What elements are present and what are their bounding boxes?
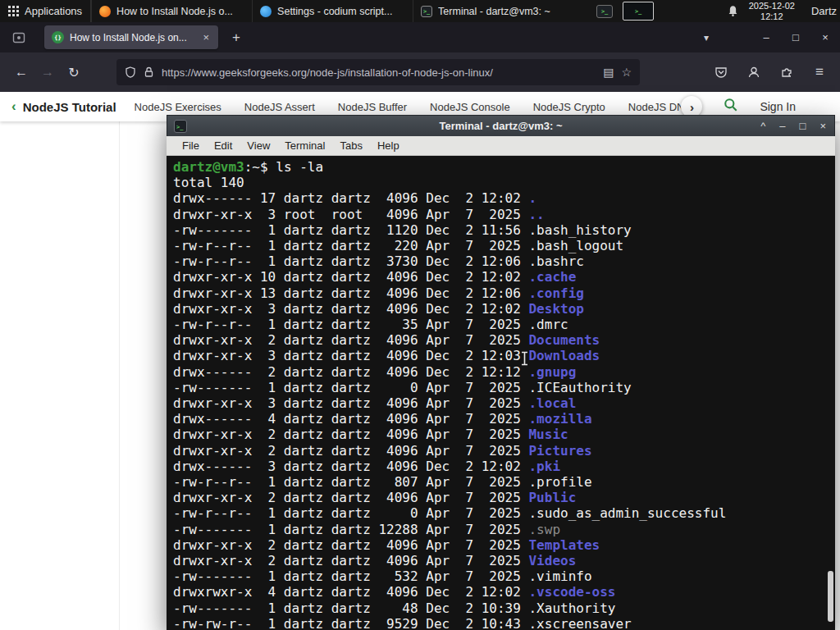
taskbar-window-codium[interactable]: Settings - codium script...	[252, 0, 413, 22]
panel-date: 2025-12-02	[749, 1, 795, 11]
file-name: .mozilla	[528, 411, 591, 427]
back-button[interactable]: ←	[8, 59, 34, 85]
taskbar-window-title: Terminal - dartz@vm3: ~	[438, 6, 550, 17]
url-text[interactable]: https://www.geeksforgeeks.org/node-js/in…	[162, 66, 596, 79]
terminal-icon	[421, 6, 432, 17]
terminal-menu-help[interactable]: Help	[370, 139, 407, 152]
terminal-menu-bar: FileEditViewTerminalTabsHelp	[167, 136, 835, 156]
terminal-scrollbar-thumb[interactable]	[828, 571, 833, 622]
terminal-file-line: -rw------- 1 dartz dartz 12288 Apr 7 202…	[173, 522, 835, 537]
applications-label: Applications	[25, 5, 82, 17]
terminal-mini-icon[interactable]: >_	[596, 5, 613, 18]
terminal-maximize-button[interactable]: □	[800, 121, 806, 131]
file-name: ..	[528, 207, 544, 222]
terminal-file-line: drwxr-xr-x 2 dartz dartz 4096 Apr 7 2025…	[173, 553, 835, 568]
account-icon[interactable]	[742, 60, 766, 84]
terminal-file-line: drwxr-xr-x 2 dartz dartz 4096 Apr 7 2025…	[173, 427, 835, 442]
terminal-file-line: drwx------ 4 dartz dartz 4096 Apr 7 2025…	[173, 411, 835, 427]
svg-text:>_: >_	[176, 124, 184, 130]
pocket-icon[interactable]	[709, 60, 733, 84]
terminal-menu-terminal[interactable]: Terminal	[277, 139, 332, 152]
terminal-file-line: drwxr-xr-x 3 dartz dartz 4096 Dec 2 12:0…	[173, 348, 835, 363]
bookmark-star-icon[interactable]: ☆	[621, 66, 632, 79]
terminal-file-line: drwxr-xr-x 3 dartz dartz 4096 Dec 2 12:0…	[173, 301, 835, 317]
file-name: .gnupg	[528, 364, 576, 380]
file-name: Documents	[528, 332, 600, 348]
terminal-minimize-button[interactable]: –	[779, 121, 785, 131]
panel-clock[interactable]: 2025-12-02 12:12	[749, 1, 795, 21]
terminal-menu-edit[interactable]: Edit	[207, 139, 240, 152]
nav-back-chevron-icon[interactable]: ‹	[11, 98, 16, 115]
terminal-shade-button[interactable]: ^	[760, 121, 765, 131]
applications-grid-icon	[8, 6, 19, 16]
new-tab-button[interactable]: +	[225, 26, 248, 49]
terminal-menu-file[interactable]: File	[175, 139, 207, 152]
page-divider	[119, 121, 120, 630]
file-name: .local	[528, 395, 576, 411]
padlock-icon[interactable]	[144, 66, 154, 78]
nav-item-nodejs-crypto[interactable]: NodeJS Crypto	[533, 101, 605, 113]
forward-button[interactable]: →	[34, 59, 61, 85]
nav-item-nodejs-assert[interactable]: NodeJS Assert	[244, 101, 315, 113]
file-name: Videos	[528, 553, 576, 568]
nav-item-nodejs-exercises[interactable]: NodeJS Exercises	[135, 101, 221, 113]
panel-user-label[interactable]: Dartz	[811, 5, 837, 17]
tabbar-controls: ▾ – □ ×	[692, 22, 840, 52]
file-name: .xscreensaver	[528, 616, 631, 630]
file-name: .sudo_as_admin_successful	[528, 505, 726, 521]
site-search-icon[interactable]	[724, 98, 738, 116]
file-name: .vscode-oss	[528, 584, 615, 600]
list-all-tabs-icon[interactable]: ▾	[692, 22, 720, 52]
terminal-title-bar[interactable]: >_ Terminal - dartz@vm3: ~ ^ – □ ×	[167, 115, 835, 136]
taskbar-window-terminal[interactable]: Terminal - dartz@vm3: ~	[413, 0, 573, 22]
file-name: .profile	[528, 474, 591, 490]
file-name: .	[528, 190, 536, 206]
terminal-file-line: drwxr-xr-x 2 dartz dartz 4096 Apr 7 2025…	[173, 490, 835, 505]
terminal-file-line: drwxrwxr-x 4 dartz dartz 4096 Dec 2 12:0…	[173, 584, 835, 600]
browser-minimize-button[interactable]: –	[751, 22, 781, 52]
extensions-puzzle-icon[interactable]	[774, 60, 799, 84]
firefox-view-icon[interactable]	[7, 26, 31, 49]
terminal-file-line: drwxr-xr-x 2 dartz dartz 4096 Apr 7 2025…	[173, 332, 835, 348]
applications-menu[interactable]: Applications	[0, 0, 90, 22]
hamburger-menu-icon[interactable]: ≡	[807, 60, 832, 84]
file-name: .ICEauthority	[528, 380, 631, 395]
nav-item-nodejs-console[interactable]: NodeJS Console	[430, 101, 510, 113]
file-name: Public	[528, 490, 576, 505]
file-name: .swp	[528, 522, 560, 537]
terminal-screen[interactable]: dartz@vm3:~$ ls -latotal 140drwx------ 1…	[167, 156, 835, 630]
toolbar-right-icons: ≡	[709, 60, 832, 84]
browser-tab-bar: How to Install Node.js on... × + ▾ – □ ×	[0, 22, 840, 52]
terminal-menu-view[interactable]: View	[240, 139, 277, 152]
browser-close-button[interactable]: ×	[810, 22, 840, 52]
terminal-close-button[interactable]: ×	[819, 121, 826, 131]
tracking-shield-icon[interactable]	[125, 66, 136, 78]
terminal-file-line: -rw-r--r-- 1 dartz dartz 35 Apr 7 2025 .…	[173, 317, 835, 332]
reader-view-icon[interactable]: ▤	[603, 66, 614, 79]
panel-launchers: >_ >_	[596, 2, 654, 21]
terminal-file-line: drwx------ 2 dartz dartz 4096 Dec 2 12:1…	[173, 364, 835, 380]
browser-tab[interactable]: How to Install Node.js on... ×	[44, 25, 218, 49]
terminal-total-line: total 140	[173, 175, 835, 190]
terminal-file-line: drwxr-xr-x 3 dartz dartz 4096 Apr 7 2025…	[173, 395, 835, 411]
nav-item-nodejs-buffer[interactable]: NodeJS Buffer	[338, 101, 407, 113]
terminal-icon: >_	[630, 5, 646, 18]
terminal-file-line: drwxr-xr-x 3 root root 4096 Apr 7 2025 .…	[173, 207, 835, 222]
terminal-window-icon: >_	[174, 120, 187, 135]
terminal-launcher-button[interactable]: >_	[623, 2, 654, 21]
reload-button[interactable]: ↻	[61, 59, 87, 85]
file-name: .bash_history	[528, 222, 631, 238]
codium-icon	[260, 6, 272, 17]
sign-in-button[interactable]: Sign In	[760, 100, 796, 113]
browser-maximize-button[interactable]: □	[781, 22, 810, 52]
terminal-file-line: drwxr-xr-x 2 dartz dartz 4096 Apr 7 2025…	[173, 443, 835, 459]
terminal-file-line: -rw------- 1 dartz dartz 1120 Dec 2 11:5…	[173, 222, 835, 238]
tab-close-icon[interactable]: ×	[201, 31, 211, 43]
url-bar[interactable]: https://www.geeksforgeeks.org/node-js/in…	[116, 59, 640, 85]
notification-bell-icon[interactable]	[727, 5, 739, 17]
file-name: .bash_logout	[528, 238, 623, 253]
terminal-menu-tabs[interactable]: Tabs	[332, 139, 369, 152]
tab-title: How to Install Node.js on...	[70, 32, 195, 43]
taskbar-window-firefox[interactable]: How to Install Node.js o...	[91, 0, 252, 22]
tutorial-title[interactable]: NodeJS Tutorial	[23, 100, 116, 114]
